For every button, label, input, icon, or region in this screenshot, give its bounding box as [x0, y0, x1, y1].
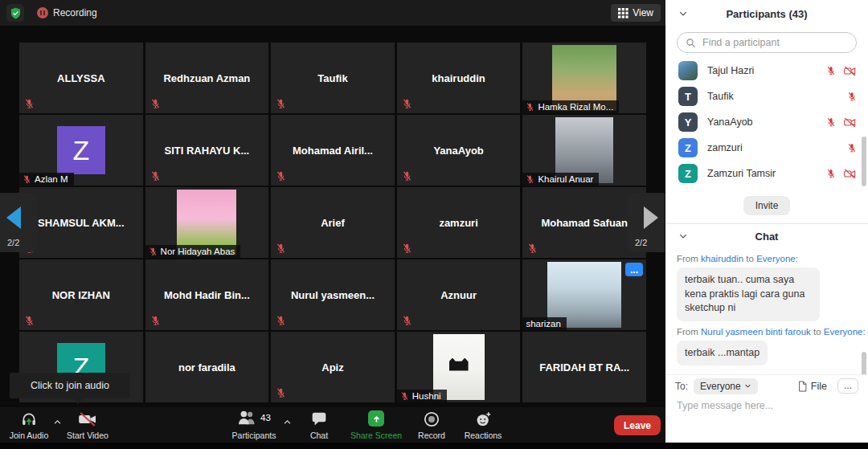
to-label: To:: [675, 381, 688, 392]
join-audio-tooltip: Click to join audio: [10, 373, 130, 398]
video-grid: ALLYSSA Redhzuan Azman Taufik khairuddin…: [19, 43, 646, 402]
chat-message-meta: From Nurul yasmeen binti farouk to Every…: [677, 327, 857, 337]
participants-scrollbar[interactable]: [862, 137, 866, 186]
search-input[interactable]: [701, 36, 848, 49]
mic-off-icon: [400, 391, 409, 401]
meeting-toolbar: Join Audio Start Video 43 Participants C…: [0, 407, 665, 443]
video-tile[interactable]: Nurul yasmeen...: [271, 259, 395, 330]
video-tile[interactable]: SITI RAHAYU K...: [145, 115, 269, 186]
file-button[interactable]: File: [793, 380, 832, 393]
participant-name: FARIDAH BT RA...: [522, 332, 646, 402]
view-button[interactable]: View: [611, 4, 661, 22]
mic-off-icon: [826, 65, 836, 76]
mic-off-icon: [150, 98, 161, 109]
participant-name: Redhzuan Azman: [145, 43, 269, 113]
meeting-topbar: Recording View: [0, 0, 665, 26]
audio-options-caret-icon[interactable]: [53, 418, 62, 427]
avatar: Z: [678, 138, 698, 157]
invite-button[interactable]: Invite: [743, 196, 791, 215]
gallery-next-page-button[interactable]: 2/2: [628, 193, 665, 252]
video-tile[interactable]: Aznuur: [397, 259, 521, 330]
avatar: Y: [678, 112, 698, 132]
join-audio-button[interactable]: Join Audio: [5, 410, 53, 440]
video-tile[interactable]: Apiz: [271, 332, 395, 402]
video-tile[interactable]: Arief: [271, 187, 395, 258]
name-chip: Azlan M: [19, 173, 74, 186]
participant-name: sharizan: [526, 319, 560, 329]
chat-button[interactable]: Chat: [301, 410, 338, 440]
participant-name: YanaAyob: [707, 116, 817, 128]
chat-recipient-link[interactable]: Everyone:: [756, 254, 798, 263]
video-tile[interactable]: Hushni: [397, 332, 521, 402]
video-tile[interactable]: Mohamad Airil...: [271, 115, 395, 186]
video-tile[interactable]: FARIDAH BT RA...: [522, 332, 646, 402]
record-button[interactable]: Record: [411, 410, 452, 440]
avatar: Z: [678, 164, 698, 183]
arrow-left-icon: [6, 206, 21, 229]
mic-off-icon: [402, 315, 412, 326]
video-tile[interactable]: YanaAyob: [397, 115, 521, 186]
reactions-label: Reactions: [465, 431, 502, 440]
collapse-chevron-icon[interactable]: [678, 231, 688, 241]
reactions-button[interactable]: Reactions: [460, 410, 506, 440]
participant-name: Arief: [271, 187, 395, 258]
share-screen-icon: [368, 410, 384, 427]
video-tile[interactable]: Hamka Rizal Mo...: [522, 43, 646, 113]
participant-row[interactable]: Y YanaAyob: [665, 109, 868, 135]
video-tile[interactable]: Taufik: [271, 43, 395, 113]
participants-list: Tajul Hazri T Taufik Y YanaAyob Z zamzur…: [665, 58, 868, 186]
video-tile[interactable]: Nor Hidayah Abas: [145, 187, 269, 258]
avatar: [678, 61, 698, 80]
participants-count: 43: [260, 413, 271, 422]
chat-recipient-link[interactable]: Everyone:: [824, 327, 866, 337]
chat-panel-header: Chat: [665, 224, 868, 248]
chat-more-button[interactable]: ...: [837, 378, 858, 393]
recording-pause-icon: [37, 7, 48, 18]
video-tile[interactable]: zamzuri: [397, 187, 521, 258]
participant-row[interactable]: Tajul Hazri: [665, 58, 868, 84]
participants-label: Participants: [232, 431, 276, 440]
share-screen-label: Share Screen: [350, 431, 402, 440]
mic-off-icon: [150, 315, 161, 326]
chat-bubble-icon: [311, 411, 327, 427]
video-tile[interactable]: SHAMSUL AKM...: [19, 187, 143, 258]
chat-sender-link[interactable]: khairuddin: [701, 254, 743, 263]
video-tile[interactable]: ... sharizan: [522, 259, 646, 330]
mic-off-icon: [402, 98, 412, 109]
gallery-prev-page-button[interactable]: 2/2: [0, 193, 37, 252]
video-tile[interactable]: NOR IZHAN: [19, 259, 143, 330]
participant-name: Apiz: [271, 332, 395, 402]
video-tile[interactable]: Z Azlan M: [19, 115, 143, 186]
recording-indicator[interactable]: Recording: [37, 7, 97, 18]
leave-button[interactable]: Leave: [614, 415, 661, 435]
tile-more-menu-button[interactable]: ...: [625, 263, 643, 276]
collapse-chevron-icon[interactable]: [678, 9, 688, 18]
security-shield-button[interactable]: [6, 4, 24, 22]
video-tile[interactable]: Mohd Hadir Bin...: [145, 259, 269, 330]
recipient-dropdown[interactable]: Everyone: [694, 378, 758, 394]
participant-name: Mohamad Airil...: [271, 115, 395, 186]
video-tile[interactable]: nor faradila: [145, 332, 269, 402]
video-tile[interactable]: ALLYSSA: [19, 43, 143, 113]
participants-button[interactable]: 43 Participants: [223, 410, 285, 440]
recording-label: Recording: [53, 7, 97, 18]
video-tile[interactable]: khairuddin: [397, 43, 521, 113]
participant-row[interactable]: T Taufik: [665, 84, 868, 109]
participants-options-caret-icon[interactable]: [283, 418, 292, 427]
chat-label: Chat: [310, 431, 328, 440]
video-tile[interactable]: Khairul Anuar: [522, 115, 646, 186]
mic-off-icon: [276, 170, 286, 182]
video-tile[interactable]: Redhzuan Azman: [145, 43, 269, 113]
name-chip: sharizan: [522, 317, 566, 330]
participant-name: Zamzuri Tamsir: [707, 168, 817, 179]
chat-sender-link[interactable]: Nurul yasmeen binti farouk: [701, 327, 811, 337]
share-screen-button[interactable]: Share Screen: [350, 410, 402, 440]
avatar: Z: [57, 126, 105, 174]
participant-row[interactable]: Z Zamzuri Tamsir: [665, 161, 868, 186]
chat-message-input[interactable]: [675, 399, 856, 412]
reactions-smiley-icon: [475, 411, 492, 427]
chat-scrollbar[interactable]: [862, 352, 866, 376]
record-icon: [424, 411, 440, 427]
participant-row[interactable]: Z zamzuri: [665, 135, 868, 161]
start-video-button[interactable]: Start Video: [64, 410, 111, 440]
